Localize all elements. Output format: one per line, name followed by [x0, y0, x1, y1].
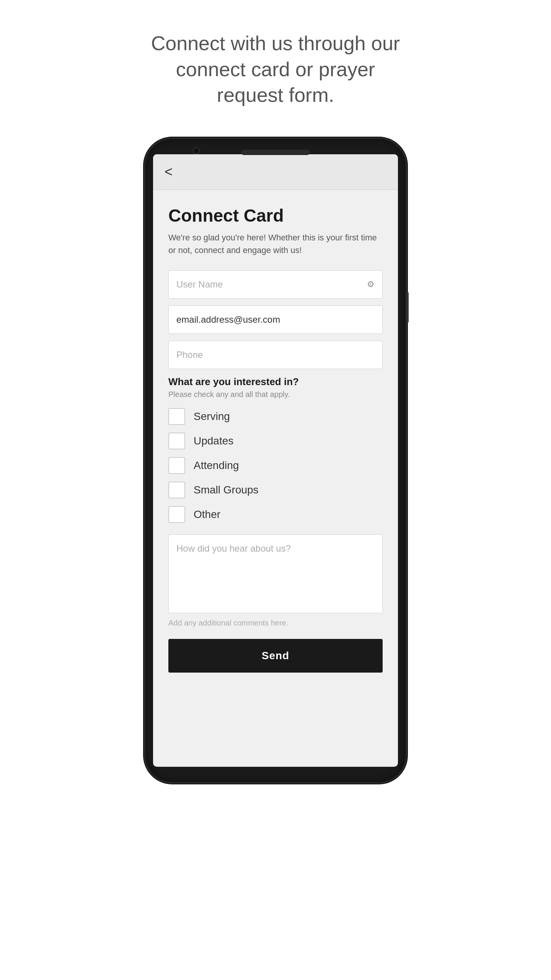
username-field-wrapper: ⚙	[168, 270, 383, 299]
form-subtitle: We're so glad you're here! Whether this …	[168, 231, 383, 256]
checkbox-serving[interactable]: Serving	[168, 408, 383, 425]
back-button[interactable]: <	[165, 165, 173, 179]
form-title: Connect Card	[168, 205, 383, 226]
nav-bar: <	[153, 154, 398, 190]
interests-label: What are you interested in?	[168, 376, 383, 388]
checkbox-box-updates	[168, 433, 185, 449]
phone-screen: < Connect Card We're so glad you're here…	[153, 154, 398, 767]
phone-volume-button	[406, 292, 409, 323]
checkbox-label-serving: Serving	[194, 410, 230, 423]
checkbox-small-groups[interactable]: Small Groups	[168, 482, 383, 498]
checkbox-label-other: Other	[194, 508, 220, 521]
checkbox-list: Serving Updates Attending Small Groups O	[168, 408, 383, 523]
checkbox-box-serving	[168, 408, 185, 425]
page-tagline: Connect with us through our connect card…	[142, 31, 409, 108]
phone-field-wrapper	[168, 341, 383, 369]
interests-sublabel: Please check any and all that apply.	[168, 390, 383, 399]
phone-input[interactable]	[176, 350, 375, 360]
checkbox-attending[interactable]: Attending	[168, 457, 383, 474]
textarea-hint: Add any additional comments here.	[168, 619, 383, 627]
user-icon: ⚙	[367, 279, 375, 289]
username-input[interactable]	[176, 279, 367, 290]
textarea-wrapper	[168, 534, 383, 613]
phone-camera	[193, 147, 200, 154]
checkbox-other[interactable]: Other	[168, 506, 383, 523]
phone-frame: < Connect Card We're so glad you're here…	[145, 139, 406, 782]
checkbox-label-updates: Updates	[194, 435, 233, 447]
checkbox-box-other	[168, 506, 185, 523]
email-input[interactable]	[176, 314, 375, 325]
email-field-wrapper	[168, 305, 383, 334]
send-button[interactable]: Send	[168, 639, 383, 673]
hear-about-us-textarea[interactable]	[169, 535, 382, 611]
checkbox-updates[interactable]: Updates	[168, 433, 383, 449]
checkbox-label-attending: Attending	[194, 459, 239, 472]
form-content: Connect Card We're so glad you're here! …	[153, 190, 398, 692]
checkbox-label-small-groups: Small Groups	[194, 484, 259, 496]
checkbox-box-attending	[168, 457, 185, 474]
checkbox-box-small-groups	[168, 482, 185, 498]
